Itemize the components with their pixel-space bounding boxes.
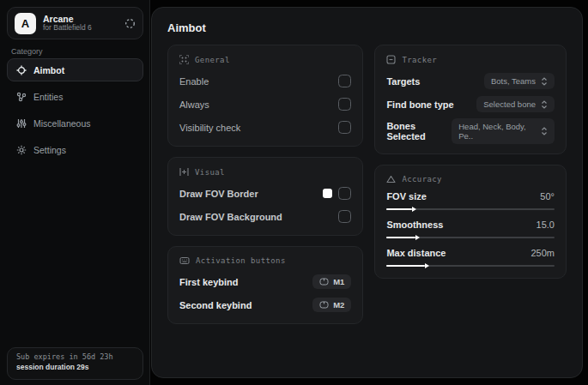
max-distance-slider[interactable]	[386, 265, 555, 267]
entities-icon	[15, 92, 27, 102]
find-bone-type-dropdown[interactable]: Selected bone	[476, 96, 555, 112]
mouse-icon	[319, 278, 329, 286]
section-title: Accuracy	[402, 175, 442, 183]
setting-row: Find bone type Selected bone	[386, 95, 555, 113]
max-distance-value: 250m	[530, 248, 555, 258]
always-checkbox[interactable]	[338, 98, 351, 111]
category-label: Category	[11, 47, 43, 56]
setting-row: Draw FOV Background	[179, 208, 351, 226]
slider-group: Max distance 250m	[386, 248, 555, 267]
main-panel: Aimbot General Enable Always	[151, 7, 583, 378]
subscription-box: Sub expires in 56d 23h session duration …	[7, 347, 143, 380]
setting-row: Targets Bots, Teams	[386, 72, 555, 90]
fov-border-color-swatch[interactable]	[323, 189, 332, 198]
targets-dropdown[interactable]: Bots, Teams	[484, 73, 555, 89]
fov-size-slider[interactable]	[386, 208, 555, 210]
mouse-icon	[319, 301, 329, 309]
setting-row: Enable	[179, 72, 351, 90]
crosshair-icon	[15, 65, 27, 75]
setting-row: Visibility check	[179, 118, 351, 136]
app-logo: A	[15, 13, 36, 34]
setting-row: First keybind M1	[179, 273, 351, 291]
section-title: Activation buttons	[196, 256, 286, 265]
unfold-icon	[541, 77, 548, 86]
second-keybind-button[interactable]: M2	[312, 298, 351, 312]
target-box-icon	[386, 55, 396, 64]
sidebar-item-settings[interactable]: Settings	[7, 138, 143, 161]
sidebar-item-miscellaneous[interactable]: Miscellaneous	[7, 111, 143, 135]
accuracy-card: Accuracy FOV size 50° Smoothness 15.0	[374, 165, 567, 279]
slider-group: Smoothness 15.0	[386, 220, 555, 238]
sidebar-item-label: Miscellaneous	[33, 118, 91, 129]
triangle-icon	[386, 175, 396, 183]
smoothness-value: 15.0	[536, 220, 555, 230]
activation-card: Activation buttons First keybind M1 Seco…	[167, 246, 363, 324]
session-duration-text: session duration 29s	[16, 363, 134, 371]
app-header: A Arcane for Battlefield 6	[7, 7, 143, 39]
setting-row: Bones Selected Head, Neck, Body, Pe..	[386, 118, 555, 144]
sidebar-item-label: Aimbot	[33, 65, 64, 75]
loader-icon[interactable]	[124, 18, 136, 29]
first-keybind-button[interactable]: M1	[312, 274, 351, 289]
setting-row: Always	[179, 95, 351, 113]
general-card: General Enable Always Visibility check	[167, 45, 363, 147]
bones-selected-dropdown[interactable]: Head, Neck, Body, Pe..	[452, 118, 555, 144]
unfold-icon	[541, 127, 548, 135]
smoothness-slider[interactable]	[386, 237, 555, 238]
app-subtitle: for Battlefield 6	[43, 24, 118, 33]
frame-plus-icon	[179, 167, 189, 177]
section-title: Visual	[195, 168, 225, 177]
sub-expiry-text: Sub expires in 56d 23h	[16, 352, 134, 361]
draw-fov-background-checkbox[interactable]	[338, 210, 351, 223]
enable-checkbox[interactable]	[338, 75, 351, 87]
unfold-icon	[541, 100, 548, 109]
draw-fov-border-checkbox[interactable]	[338, 187, 351, 200]
grid-dots-icon	[179, 55, 189, 64]
section-title: Tracker	[402, 56, 437, 64]
setting-row: Draw FOV Border	[179, 184, 351, 202]
visual-card: Visual Draw FOV Border Draw FOV Backgrou…	[167, 157, 363, 236]
visibility-check-checkbox[interactable]	[338, 121, 351, 134]
page-title: Aimbot	[167, 21, 567, 34]
slider-group: FOV size 50°	[386, 191, 555, 210]
setting-row: Second keybind M2	[179, 296, 351, 314]
sidebar-item-label: Entities	[33, 92, 63, 102]
sidebar: A Arcane for Battlefield 6 Category Aimb…	[0, 0, 150, 385]
keyboard-icon	[179, 256, 190, 265]
section-title: General	[195, 56, 230, 64]
sliders-icon	[15, 118, 27, 129]
sidebar-nav: Aimbot Entities Miscellaneous Settings	[7, 58, 143, 165]
sidebar-item-label: Settings	[33, 145, 66, 155]
sidebar-item-aimbot[interactable]: Aimbot	[7, 58, 143, 81]
tracker-card: Tracker Targets Bots, Teams Find bone ty…	[374, 45, 567, 154]
gear-icon	[15, 145, 27, 155]
fov-size-value: 50°	[540, 191, 555, 202]
sidebar-item-entities[interactable]: Entities	[7, 85, 143, 108]
